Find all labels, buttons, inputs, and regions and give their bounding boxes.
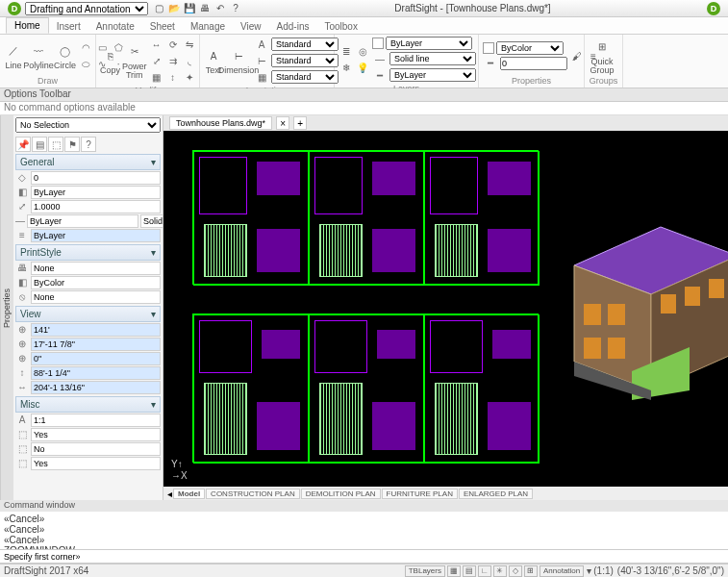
dimstyle-icon[interactable]: ⊢ (254, 53, 269, 68)
document-tab[interactable]: Townhouse Plans.dwg* (169, 116, 272, 130)
open-icon[interactable]: 📂 (167, 2, 181, 15)
misc-a-field[interactable] (31, 414, 161, 427)
quickgroup-button[interactable]: ⊞Quick Group (589, 38, 615, 75)
add-tab-icon[interactable]: + (293, 116, 307, 130)
etrack-icon[interactable]: ⊞ (524, 565, 538, 577)
polar-icon[interactable]: ✳ (493, 565, 507, 577)
polyline-button[interactable]: 〰Polyline (25, 41, 52, 70)
view-y-field[interactable] (31, 338, 161, 351)
view-x-field[interactable] (31, 323, 161, 337)
printcolor-field[interactable] (31, 276, 161, 289)
width-input[interactable] (500, 57, 567, 70)
pick-icon[interactable]: ⬚ (48, 137, 63, 152)
copy-button[interactable]: ⎘Copy (100, 46, 120, 75)
powertrim-button[interactable]: ✂Power Trim (122, 42, 147, 80)
view-w-field[interactable] (31, 381, 161, 394)
layout-tab[interactable]: ENLARGED PLAN (459, 489, 533, 499)
layout-tab[interactable]: CONSTRUCTION PLAN (206, 489, 300, 499)
printnone-field[interactable] (31, 290, 161, 304)
layout-tab[interactable]: DEMOLITION PLAN (301, 489, 381, 499)
layout-tab[interactable]: FURNITURE PLAN (382, 489, 458, 499)
misc-b-field[interactable] (31, 428, 161, 441)
snap-icon[interactable]: ▦ (447, 565, 461, 577)
command-input[interactable]: Specify first corner» (0, 550, 728, 564)
ortho-icon[interactable]: ∟ (478, 565, 491, 577)
tab-annotate[interactable]: Annotate (88, 19, 142, 34)
linestyle-field[interactable] (140, 214, 163, 228)
linetype-select[interactable]: Solid line (389, 52, 476, 65)
save-icon[interactable]: 💾 (183, 2, 196, 15)
match-icon[interactable]: 🖌 (569, 48, 585, 63)
section-printstyle[interactable]: PrintStyle▾ (15, 244, 161, 261)
section-view[interactable]: View▾ (15, 306, 161, 322)
tab-toolbox[interactable]: Toolbox (316, 19, 364, 34)
properties-tab[interactable]: Properties (0, 115, 13, 500)
dimstyle-select[interactable]: Standard (271, 54, 339, 67)
misc-d-field[interactable] (31, 457, 161, 470)
layerfrz-icon[interactable]: ❄ (339, 61, 354, 76)
layermgr-icon[interactable]: ≣ (339, 44, 354, 60)
array-icon[interactable]: ▦ (149, 69, 164, 85)
tablestyle-select[interactable]: Standard (271, 70, 339, 84)
new-icon[interactable]: ▢ (152, 2, 165, 15)
print-icon[interactable]: 🖶 (198, 2, 212, 15)
color-field[interactable] (31, 186, 161, 199)
workspace-select[interactable]: Drafting and Annotation (25, 2, 148, 15)
stretch-icon[interactable]: ↕ (165, 69, 181, 85)
move-icon[interactable]: ↔ (149, 37, 164, 52)
selection-dropdown[interactable]: No Selection (15, 117, 161, 133)
color-select[interactable]: ByColor (496, 41, 564, 55)
tab-nav-left-icon[interactable]: ◂ (167, 489, 172, 499)
tab-insert[interactable]: Insert (49, 19, 88, 34)
modify-flyouts[interactable]: ↔ ⟳ ⇋ ⤢ ⇉ ◟ ▦ ↕ ✦ (149, 37, 197, 85)
textstyle-select[interactable]: Standard (271, 38, 339, 51)
grid-icon[interactable]: ▤ (463, 565, 476, 577)
workspace-switcher[interactable]: Drafting and Annotation (25, 2, 148, 15)
scale-field[interactable] (31, 200, 161, 213)
layer-tools[interactable]: ≣ ◎ ❄ 💡 (339, 44, 370, 76)
tab-addins[interactable]: Add-ins (269, 19, 317, 34)
layeriso-icon[interactable]: ◎ (355, 44, 370, 60)
rotate-icon[interactable]: ⟳ (165, 37, 181, 52)
model-viewport[interactable]: Y↑ →X (163, 131, 728, 487)
mirror-icon[interactable]: ⇋ (182, 37, 197, 52)
bylayer-field[interactable] (31, 229, 161, 242)
pin-icon[interactable]: 📌 (15, 137, 31, 152)
view-h-field[interactable] (31, 366, 161, 380)
view-z-field[interactable] (31, 352, 161, 365)
filter-icon[interactable]: ▤ (32, 137, 47, 152)
layout-tab-model[interactable]: Model (173, 489, 205, 499)
scale-icon[interactable]: ⤢ (149, 53, 164, 68)
printstyle-field[interactable] (31, 262, 161, 275)
offset-icon[interactable]: ⇉ (165, 53, 181, 68)
section-misc[interactable]: Misc▾ (15, 396, 161, 413)
tab-manage[interactable]: Manage (183, 19, 233, 34)
linetype-field[interactable] (27, 214, 138, 228)
arc-icon[interactable]: ◠ (78, 40, 93, 56)
tab-view[interactable]: View (233, 19, 269, 34)
osnap-icon[interactable]: ◇ (509, 565, 522, 577)
tab-sheet[interactable]: Sheet (142, 19, 183, 34)
help2-icon[interactable]: ? (81, 137, 96, 152)
close-tab-icon[interactable]: × (276, 116, 289, 130)
dimension-button[interactable]: ⊢Dimension (225, 46, 252, 75)
ellipse-icon[interactable]: ⬭ (78, 57, 93, 72)
misc-c-field[interactable] (31, 442, 161, 456)
section-general[interactable]: General▾ (15, 154, 161, 170)
tblayers-button[interactable]: TBLayers (405, 565, 445, 577)
undo-icon[interactable]: ↶ (213, 2, 227, 15)
circle-button[interactable]: ◯Circle (54, 41, 76, 70)
fillet-icon[interactable]: ◟ (182, 53, 197, 68)
tablestyle-icon[interactable]: ▦ (254, 69, 269, 85)
layeroff-icon[interactable]: 💡 (355, 61, 370, 76)
quickselect-icon[interactable]: ⚑ (64, 137, 80, 152)
help-icon[interactable]: ? (229, 2, 242, 15)
line-button[interactable]: ／Line (4, 41, 23, 70)
color-swatch[interactable] (483, 42, 494, 54)
lineweight-select[interactable]: ByLayer (389, 68, 476, 82)
layer-select[interactable]: ByLayer (386, 37, 472, 50)
textstyle-icon[interactable]: A (254, 37, 269, 52)
anno-button[interactable]: Annotation (540, 565, 584, 577)
explode-icon[interactable]: ✦ (182, 69, 197, 85)
layer-field[interactable] (31, 171, 161, 185)
